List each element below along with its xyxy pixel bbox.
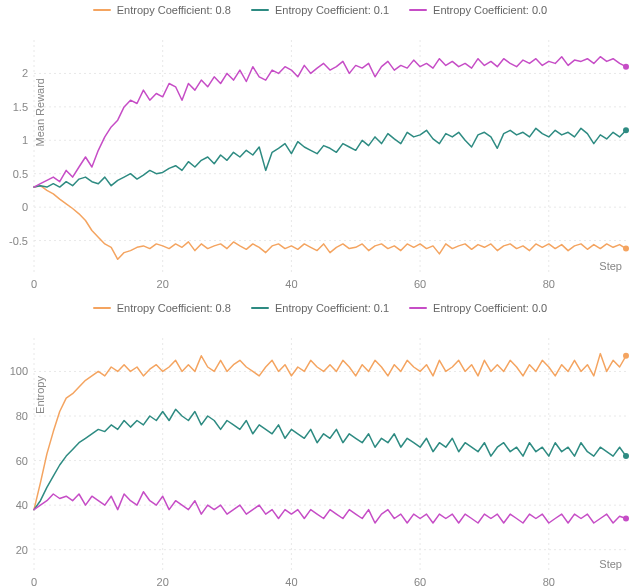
- y-tick-label: 0.5: [13, 168, 28, 180]
- legend-item: Entropy Coefficient: 0.0: [409, 4, 547, 16]
- y-tick-label: 80: [16, 410, 28, 422]
- x-tick-label: 40: [285, 576, 297, 587]
- legend-swatch: [409, 9, 427, 11]
- chart-entropy: Entropy Coefficient: 0.8Entropy Coeffici…: [0, 298, 640, 587]
- legend-item: Entropy Coefficient: 0.8: [93, 4, 231, 16]
- x-tick-label: 60: [414, 576, 426, 587]
- chart-mean-reward: Entropy Coefficient: 0.8Entropy Coeffici…: [0, 0, 640, 298]
- legend-swatch: [251, 307, 269, 309]
- legend-swatch: [93, 307, 111, 309]
- y-tick-label: 0: [22, 201, 28, 213]
- x-tick-label: 0: [31, 576, 37, 587]
- legend-swatch: [93, 9, 111, 11]
- series-end-dot: [623, 127, 629, 133]
- y-tick-label: 1: [22, 134, 28, 146]
- legend-label: Entropy Coefficient: 0.1: [275, 302, 389, 314]
- series-line: [34, 492, 626, 523]
- x-tick-label: 80: [543, 576, 555, 587]
- series-end-dot: [623, 246, 629, 252]
- series-line: [34, 57, 626, 187]
- y-tick-label: 2: [22, 67, 28, 79]
- legend-label: Entropy Coefficient: 0.1: [275, 4, 389, 16]
- x-tick-label: 20: [157, 576, 169, 587]
- y-tick-label: 20: [16, 544, 28, 556]
- legend-label: Entropy Coefficient: 0.0: [433, 302, 547, 314]
- y-axis-title: Mean Reward: [34, 78, 46, 146]
- legend-item: Entropy Coefficient: 0.8: [93, 302, 231, 314]
- x-tick-label: 80: [543, 278, 555, 290]
- plot-svg: -0.500.511.52020406080Mean RewardStep: [0, 18, 640, 298]
- x-tick-label: 20: [157, 278, 169, 290]
- y-tick-label: 100: [10, 365, 28, 377]
- series-end-dot: [623, 453, 629, 459]
- x-tick-label: 40: [285, 278, 297, 290]
- series-line: [34, 409, 626, 509]
- x-tick-label: 0: [31, 278, 37, 290]
- y-axis-title: Entropy: [34, 376, 46, 414]
- y-tick-label: -0.5: [9, 235, 28, 247]
- series-end-dot: [623, 64, 629, 70]
- y-tick-label: 40: [16, 499, 28, 511]
- x-axis-title: Step: [599, 558, 622, 570]
- legend-label: Entropy Coefficient: 0.0: [433, 4, 547, 16]
- legend-swatch: [251, 9, 269, 11]
- charts-wrapper: Entropy Coefficient: 0.8Entropy Coeffici…: [0, 0, 640, 587]
- legend-item: Entropy Coefficient: 0.1: [251, 4, 389, 16]
- y-tick-label: 1.5: [13, 101, 28, 113]
- series-end-dot: [623, 516, 629, 522]
- x-axis-title: Step: [599, 260, 622, 272]
- legend-item: Entropy Coefficient: 0.1: [251, 302, 389, 314]
- series-line: [34, 354, 626, 510]
- legend-swatch: [409, 307, 427, 309]
- legend-label: Entropy Coefficient: 0.8: [117, 302, 231, 314]
- series-end-dot: [623, 353, 629, 359]
- y-tick-label: 60: [16, 455, 28, 467]
- chart-legend: Entropy Coefficient: 0.8Entropy Coeffici…: [0, 0, 640, 18]
- legend-item: Entropy Coefficient: 0.0: [409, 302, 547, 314]
- x-tick-label: 60: [414, 278, 426, 290]
- legend-label: Entropy Coefficient: 0.8: [117, 4, 231, 16]
- chart-legend: Entropy Coefficient: 0.8Entropy Coeffici…: [0, 298, 640, 316]
- series-line: [34, 128, 626, 187]
- plot-svg: 20406080100020406080EntropyStep: [0, 316, 640, 587]
- series-line: [34, 186, 626, 260]
